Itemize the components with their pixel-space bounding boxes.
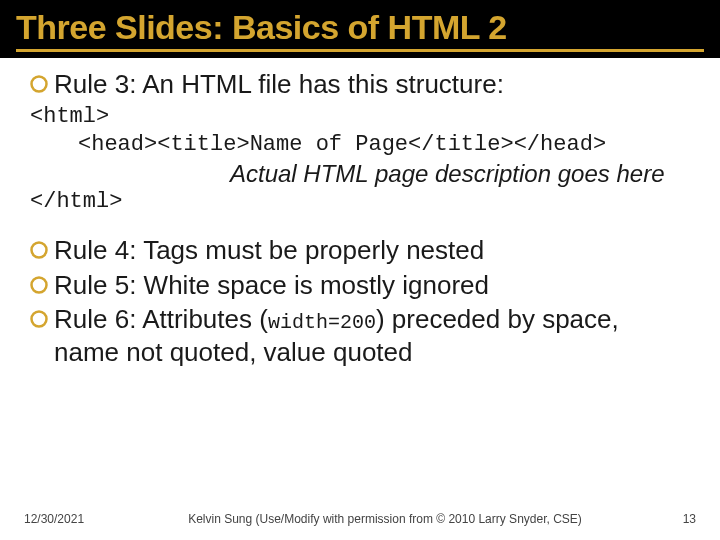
- bullet-icon: [30, 75, 48, 97]
- svg-point-0: [32, 77, 47, 92]
- rule-5-text: Rule 5: White space is mostly ignored: [54, 269, 489, 302]
- bullet-icon: [30, 276, 48, 298]
- rule-6-code: width=200: [268, 311, 376, 334]
- bullet-rule-4: Rule 4: Tags must be properly nested: [30, 234, 690, 267]
- footer-page-number: 13: [666, 512, 696, 526]
- rule-3-text: Rule 3: An HTML file has this structure:: [54, 68, 504, 101]
- bullet-rule-6: Rule 6: Attributes (width=200) preceded …: [30, 303, 690, 368]
- svg-point-2: [32, 277, 47, 292]
- rule-6-text: Rule 6: Attributes (width=200) preceded …: [54, 303, 690, 368]
- lower-rules: Rule 4: Tags must be properly nested Rul…: [30, 234, 690, 368]
- rule-6-part-a: Rule 6: Attributes (: [54, 304, 268, 334]
- bullet-rule-5: Rule 5: White space is mostly ignored: [30, 269, 690, 302]
- footer-date: 12/30/2021: [24, 512, 104, 526]
- bullet-icon: [30, 241, 48, 263]
- svg-point-3: [32, 312, 47, 327]
- code-description: Actual HTML page description goes here: [30, 160, 690, 188]
- code-line-4: </html>: [30, 188, 690, 217]
- footer-credit: Kelvin Sung (Use/Modify with permission …: [104, 512, 666, 526]
- svg-point-1: [32, 243, 47, 258]
- slide-content: Rule 3: An HTML file has this structure:…: [0, 58, 720, 368]
- code-line-2: <head><title>Name of Page</title></head>: [30, 131, 690, 160]
- slide-title: Three Slides: Basics of HTML 2: [16, 8, 704, 52]
- slide-footer: 12/30/2021 Kelvin Sung (Use/Modify with …: [0, 512, 720, 526]
- bullet-icon: [30, 310, 48, 332]
- bullet-rule-3: Rule 3: An HTML file has this structure:: [30, 68, 690, 101]
- rule-4-text: Rule 4: Tags must be properly nested: [54, 234, 484, 267]
- code-block: <html> <head><title>Name of Page</title>…: [30, 103, 690, 217]
- title-bar: Three Slides: Basics of HTML 2: [0, 0, 720, 58]
- code-line-1: <html>: [30, 103, 690, 132]
